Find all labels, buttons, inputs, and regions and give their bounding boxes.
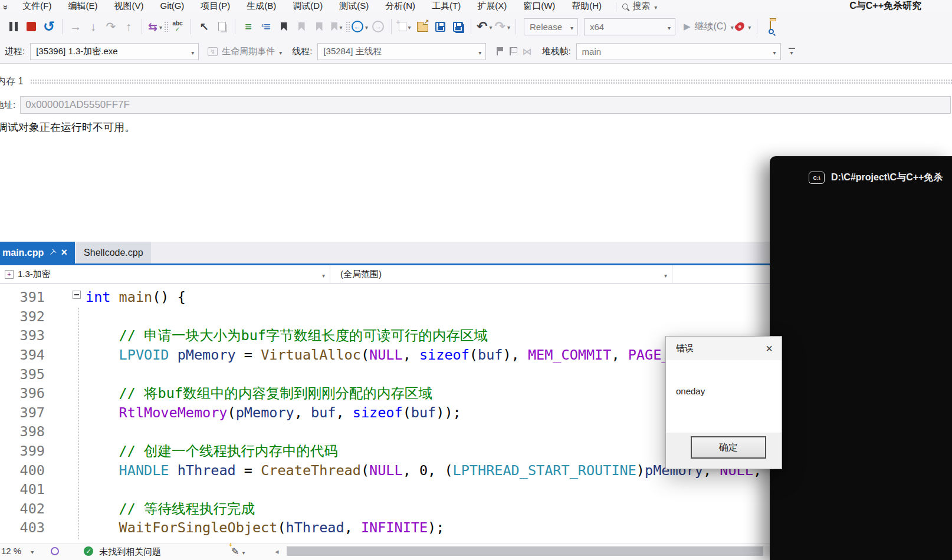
tab-main-cpp[interactable]: main.cpp (0, 242, 75, 263)
interleave-button[interactable] (147, 17, 163, 36)
menu-item[interactable]: 测试(S) (331, 1, 377, 13)
thread-dropdown[interactable]: [35284] 主线程 (317, 43, 486, 60)
line-number[interactable]: 402 (0, 500, 45, 517)
word-wrap-button[interactable] (258, 17, 274, 36)
line-number[interactable]: 397 (0, 404, 45, 421)
menu-item[interactable]: 生成(B) (238, 1, 284, 13)
hscroll-left-arrow[interactable] (275, 547, 279, 556)
tab-shellcode-cpp[interactable]: Shellcode.cpp (76, 242, 151, 263)
line-number[interactable]: 391 (0, 289, 45, 305)
code-line[interactable]: 402 // 等待线程执行完成 (0, 499, 772, 519)
code-line[interactable]: 399 // 创建一个线程执行内存中的代码 (0, 442, 772, 461)
format-document-button[interactable] (241, 17, 256, 36)
navigate-back-button[interactable] (352, 17, 368, 36)
code-line[interactable]: 398 (0, 422, 772, 442)
step-over-button[interactable] (103, 17, 119, 36)
no-issues-check-icon[interactable] (84, 546, 93, 556)
code-line[interactable]: 396 // 将buf数组中的内容复制到刚刚分配的内存区域 (0, 384, 772, 403)
menu-item[interactable]: 窗口(W) (515, 1, 563, 13)
menu-item[interactable]: Git(G) (152, 1, 193, 13)
line-number[interactable]: 394 (0, 347, 45, 363)
line-number[interactable]: 393 (0, 327, 45, 344)
solution-config-dropdown[interactable]: Release (524, 18, 578, 35)
terminal-window[interactable]: C:\ D:\C#project\C与C++免杀 (770, 156, 952, 560)
bowtie-icon[interactable] (522, 46, 531, 57)
code-line[interactable]: 391int main() { (0, 288, 772, 307)
code-line[interactable]: 393 // 申请一块大小为buf字节数组长度的可读可行的内存区域 (0, 326, 772, 345)
save-all-button[interactable] (450, 17, 465, 36)
address-input[interactable]: 0x000001AD5550FF7F (20, 96, 951, 114)
flag-outline-icon[interactable] (509, 47, 517, 56)
save-button[interactable] (432, 17, 448, 36)
line-number[interactable]: 396 (0, 385, 45, 401)
menu-item[interactable]: 视图(V) (106, 1, 152, 13)
menu-item[interactable]: 分析(N) (377, 1, 424, 13)
health-indicator-icon[interactable] (51, 547, 59, 555)
code-line[interactable]: 397 RtlMoveMemory(pMemory, buf, sizeof(b… (0, 403, 772, 423)
menu-item[interactable]: 编辑(E) (60, 1, 106, 13)
open-file-button[interactable] (415, 17, 430, 36)
scope-dropdown[interactable]: (全局范围) (330, 265, 672, 283)
toolbar-grip[interactable] (346, 21, 350, 32)
line-number[interactable]: 398 (0, 423, 45, 440)
line-number[interactable]: 401 (0, 481, 45, 498)
menu-item[interactable]: 调试(D) (284, 1, 331, 13)
show-next-statement-button[interactable] (68, 17, 83, 36)
platform-dropdown[interactable]: x64 (584, 18, 675, 35)
navigate-forward-button[interactable] (370, 17, 386, 36)
dialog-close-button[interactable] (757, 337, 782, 360)
clear-bookmarks-button[interactable] (329, 17, 344, 36)
ok-button[interactable]: 确定 (691, 436, 766, 459)
toolbar-overflow-button[interactable] (789, 48, 795, 56)
find-in-files-button[interactable] (763, 17, 778, 36)
menu-item[interactable]: 项目(P) (192, 1, 238, 13)
close-icon[interactable] (61, 246, 68, 259)
code-line[interactable]: 400 HANDLE hThread = CreateThread(NULL, … (0, 460, 772, 480)
code-line[interactable]: 401 (0, 480, 772, 499)
code-cleanup-button[interactable] (231, 546, 245, 557)
stop-debugging-button[interactable] (24, 17, 39, 36)
line-number[interactable]: 392 (0, 308, 45, 325)
code-line[interactable]: 403 WaitForSingleObject(hThread, INFINIT… (0, 518, 772, 538)
prev-bookmark-button[interactable] (294, 17, 309, 36)
toggle-bookmark-button[interactable] (276, 17, 291, 36)
copy-document-button[interactable] (214, 17, 229, 36)
next-bookmark-button[interactable] (311, 17, 327, 36)
menu-item[interactable]: 帮助(H) (563, 1, 610, 13)
zoom-level-dropdown[interactable]: 12 % (1, 546, 34, 556)
continue-button[interactable]: 继续(C) (684, 17, 734, 36)
code-line[interactable]: 395 (0, 364, 772, 384)
undo-button[interactable] (477, 17, 492, 36)
run-to-cursor-button[interactable] (196, 17, 212, 36)
step-out-button[interactable] (121, 17, 136, 36)
restart-button[interactable] (41, 17, 57, 36)
redo-button[interactable] (495, 17, 510, 36)
step-into-button[interactable] (86, 17, 101, 36)
menu-item[interactable]: 工具(T) (424, 1, 469, 13)
horizontal-scrollbar-thumb[interactable] (287, 546, 763, 556)
search-control[interactable]: 搜索 (622, 1, 657, 13)
toolbar-grip[interactable] (164, 21, 169, 32)
line-number[interactable]: 399 (0, 443, 45, 459)
menu-item[interactable]: 文件(F) (14, 1, 60, 13)
horizontal-scrollbar[interactable] (287, 546, 770, 556)
stack-frame-dropdown[interactable]: main (576, 43, 781, 60)
line-number[interactable]: 395 (0, 366, 45, 383)
break-all-button[interactable] (6, 17, 21, 36)
new-file-button[interactable] (397, 17, 412, 36)
hot-reload-button[interactable] (736, 17, 751, 36)
process-dropdown[interactable]: [35396] 1.3-加密.exe (30, 43, 199, 60)
line-number[interactable]: 403 (0, 519, 45, 536)
memory-window-titlebar[interactable]: 内存 1 (0, 75, 952, 88)
code-editor-surface[interactable]: 391int main() {392393 // 申请一块大小为buf字节数组长… (0, 284, 772, 543)
member-dropdown[interactable] (672, 265, 772, 283)
lifecycle-events-button[interactable]: 生命周期事件 (208, 42, 282, 61)
menu-item[interactable]: 扩展(X) (469, 1, 515, 13)
spell-check-button[interactable]: abc✓ (170, 17, 185, 36)
project-dropdown[interactable]: 1.3-加密 (0, 265, 330, 283)
code-line[interactable]: 394 LPVOID pMemory = VirtualAlloc(NULL, … (0, 345, 772, 365)
terminal-tab[interactable]: C:\ D:\C#project\C与C++免杀 (770, 156, 952, 184)
dialog-titlebar[interactable]: 错误 (666, 337, 782, 360)
fold-collapse-icon[interactable] (73, 291, 81, 299)
pin-icon[interactable] (47, 247, 58, 258)
